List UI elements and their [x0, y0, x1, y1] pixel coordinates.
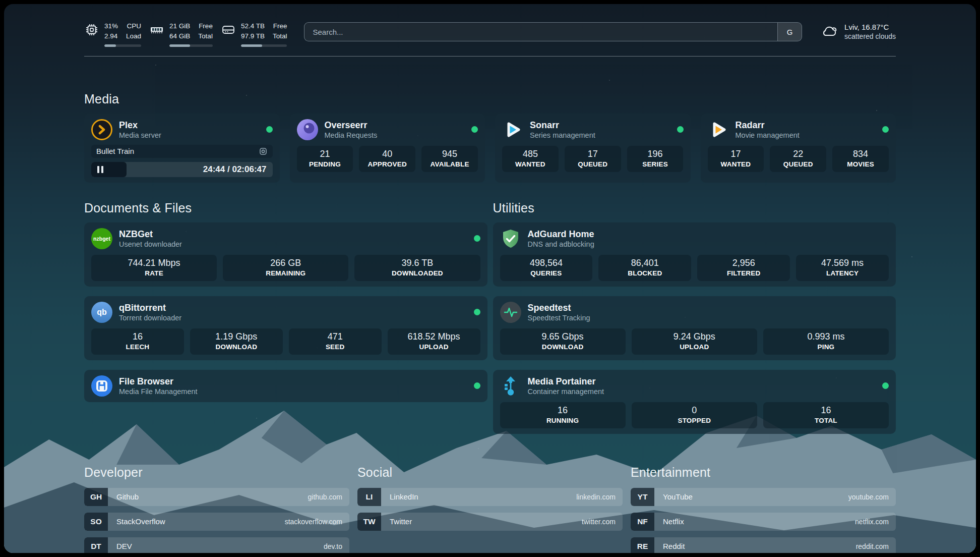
stat-series: 196SERIES: [627, 146, 684, 172]
bookmark-abbr: LI: [357, 488, 381, 506]
stat-filtered: 2,956FILTERED: [697, 255, 790, 281]
stat-stopped: 0STOPPED: [632, 402, 757, 428]
now-playing-title: Bullet Train: [96, 147, 134, 155]
filebrowser-title: File Browser: [119, 376, 198, 387]
stat-rate: 744.21 MbpsRATE: [91, 255, 217, 281]
stat-pending: 21PENDING: [297, 146, 353, 172]
stat-download: 1.19 GbpsDOWNLOAD: [190, 328, 283, 355]
adguard-desc: DNS and adblocking: [528, 240, 594, 248]
radarr-status-dot: [882, 126, 889, 133]
bookmark-netflix[interactable]: NF Netflix netflix.com: [631, 513, 896, 531]
sonarr-desc: Series management: [530, 131, 595, 139]
disk-icon: [221, 22, 236, 37]
overseerr-card[interactable]: Overseerr Media Requests 21PENDING 40APP…: [290, 114, 485, 183]
bookmark-stackoverflow[interactable]: SO StackOverflow stackoverflow.com: [84, 513, 349, 531]
adguard-icon: [500, 228, 521, 249]
cpu-label-1: CPU: [126, 21, 141, 31]
speedtest-card[interactable]: Speedtest Speedtest Tracking 9.65 GbpsDO…: [493, 296, 896, 360]
disk-total: 97.9 TB: [241, 31, 265, 41]
bookmark-dev[interactable]: DT DEV dev.to: [84, 537, 349, 553]
portainer-desc: Container management: [528, 387, 604, 396]
speedtest-title: Speedtest: [528, 302, 590, 314]
portainer-card[interactable]: Media Portainer Container management 16R…: [493, 370, 896, 434]
bookmarks-developer: Developer GH Github github.com SO StackO…: [84, 465, 349, 553]
video-camera-icon: [259, 147, 268, 156]
nzbget-title: NZBGet: [119, 229, 182, 240]
bookmark-url: reddit.com: [856, 542, 896, 550]
memory-stat-widget: 21 GiB64 GiB FreeTotal: [149, 21, 213, 47]
cpu-label-2: Load: [126, 31, 141, 41]
adguard-card[interactable]: AdGuard Home DNS and adblocking 498,564Q…: [493, 222, 896, 287]
stat-queued: 22QUEUED: [770, 146, 826, 172]
memory-label-2: Total: [198, 31, 213, 41]
header-divider: [84, 56, 896, 57]
plex-progress-bar[interactable]: 24:44 / 02:06:47: [91, 162, 273, 177]
overseerr-status-dot: [471, 126, 478, 133]
bookmark-url: dev.to: [324, 542, 349, 550]
stat-leech: 16LEECH: [91, 328, 184, 355]
stat-blocked: 86,401BLOCKED: [598, 255, 691, 281]
bookmark-name: YouTube: [663, 492, 693, 501]
search-bar[interactable]: G: [304, 22, 802, 41]
overseerr-desc: Media Requests: [325, 131, 378, 139]
sonarr-card[interactable]: Sonarr Series management 485WANTED 17QUE…: [495, 114, 691, 183]
bookmark-abbr: GH: [84, 488, 108, 506]
sonarr-icon: [502, 119, 523, 140]
radarr-card[interactable]: Radarr Movie management 17WANTED 22QUEUE…: [701, 114, 896, 183]
stat-seed: 471SEED: [289, 328, 382, 355]
disk-label-2: Total: [273, 31, 287, 41]
cpu-load-value: 2.94: [104, 31, 118, 41]
memory-progress-bar: [169, 44, 213, 47]
search-engine-button[interactable]: G: [777, 23, 802, 41]
qbittorrent-card[interactable]: qb qBittorrent Torrent downloader 16LEEC…: [84, 296, 487, 360]
bookmark-name: Reddit: [663, 542, 685, 550]
qbittorrent-desc: Torrent downloader: [119, 314, 181, 322]
bookmark-abbr: YT: [631, 488, 654, 506]
section-title-media: Media: [84, 92, 896, 106]
sonarr-title: Sonarr: [530, 120, 595, 131]
top-bar: 31%2.94 CPULoad 21: [84, 4, 896, 47]
nzbget-desc: Usenet downloader: [119, 240, 182, 248]
cloud-icon: [820, 22, 838, 40]
cpu-stat-widget: 31%2.94 CPULoad: [84, 21, 141, 47]
disk-stat-widget: 52.4 TB97.9 TB FreeTotal: [221, 21, 287, 47]
qbittorrent-status-dot: [474, 309, 480, 315]
bookmark-name: DEV: [116, 542, 132, 550]
bookmark-abbr: DT: [84, 537, 108, 553]
stat-wanted: 485WANTED: [502, 146, 559, 172]
stat-running: 16RUNNING: [500, 402, 626, 428]
sonarr-status-dot: [677, 126, 684, 133]
memory-free: 21 GiB: [169, 21, 190, 31]
pause-icon[interactable]: [97, 166, 103, 173]
search-input[interactable]: [304, 23, 777, 41]
disk-progress-bar: [241, 44, 287, 47]
cpu-progress-bar: [104, 44, 141, 47]
system-stats: 31%2.94 CPULoad 21: [84, 21, 287, 47]
overseerr-title: Overseerr: [325, 120, 378, 131]
bookmark-abbr: TW: [357, 513, 381, 531]
bookmark-youtube[interactable]: YT YouTube youtube.com: [631, 488, 896, 506]
bookmark-github[interactable]: GH Github github.com: [84, 488, 349, 506]
weather-condition: scattered clouds: [844, 32, 896, 40]
bookmark-twitter[interactable]: TW Twitter twitter.com: [357, 513, 623, 531]
bookmark-name: LinkedIn: [390, 492, 418, 501]
bookmark-url: twitter.com: [582, 518, 623, 526]
filebrowser-status-dot: [474, 382, 480, 389]
speedtest-icon: [500, 302, 521, 323]
bookmark-abbr: RE: [631, 537, 654, 553]
overseerr-icon: [297, 119, 318, 140]
section-title-documents: Documents & Files: [84, 201, 487, 215]
qbittorrent-icon: qb: [91, 302, 112, 323]
bookmark-linkedin[interactable]: LI LinkedIn linkedin.com: [357, 488, 623, 506]
plex-desc: Media server: [119, 131, 161, 139]
filebrowser-desc: Media File Management: [119, 387, 198, 396]
bookmark-reddit[interactable]: RE Reddit reddit.com: [631, 537, 896, 553]
filebrowser-icon: [91, 375, 112, 397]
radarr-desc: Movie management: [736, 131, 800, 139]
plex-card[interactable]: Plex Media server Bullet Train 24:44 / 0…: [84, 114, 280, 183]
filebrowser-card[interactable]: File Browser Media File Management: [84, 370, 487, 402]
dashboard: 31%2.94 CPULoad 21: [4, 4, 976, 553]
plex-now-playing: Bullet Train: [91, 145, 273, 158]
nzbget-card[interactable]: nzbget NZBGet Usenet downloader 744.21 M…: [84, 222, 487, 287]
stat-approved: 40APPROVED: [359, 146, 415, 172]
